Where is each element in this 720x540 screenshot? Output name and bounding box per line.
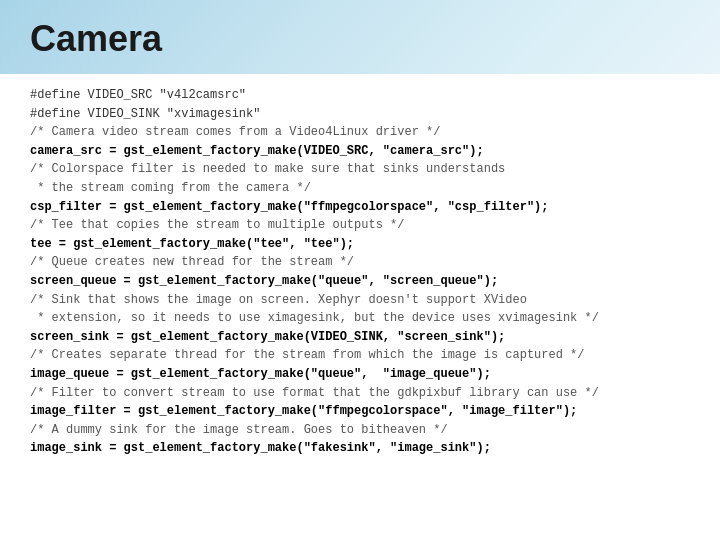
code-line: /* Sink that shows the image on screen. … [30,291,690,310]
code-line: screen_queue = gst_element_factory_make(… [30,272,690,291]
code-line: camera_src = gst_element_factory_make(VI… [30,142,690,161]
code-line: tee = gst_element_factory_make("tee", "t… [30,235,690,254]
content-area: #define VIDEO_SRC "v4l2camsrc"#define VI… [0,74,720,468]
code-block: #define VIDEO_SRC "v4l2camsrc"#define VI… [30,86,690,458]
code-line: /* Queue creates new thread for the stre… [30,253,690,272]
code-line: /* A dummy sink for the image stream. Go… [30,421,690,440]
code-line: /* Colorspace filter is needed to make s… [30,160,690,179]
code-line: #define VIDEO_SINK "xvimagesink" [30,105,690,124]
code-line: image_sink = gst_element_factory_make("f… [30,439,690,458]
code-line: * extension, so it needs to use ximagesi… [30,309,690,328]
page-header: Camera [0,0,720,74]
code-line: /* Filter to convert stream to use forma… [30,384,690,403]
code-line: /* Camera video stream comes from a Vide… [30,123,690,142]
code-line: image_queue = gst_element_factory_make("… [30,365,690,384]
code-line: csp_filter = gst_element_factory_make("f… [30,198,690,217]
page-title: Camera [30,18,690,60]
code-line: /* Creates separate thread for the strea… [30,346,690,365]
code-line: #define VIDEO_SRC "v4l2camsrc" [30,86,690,105]
code-line: image_filter = gst_element_factory_make(… [30,402,690,421]
code-line: * the stream coming from the camera */ [30,179,690,198]
code-line: /* Tee that copies the stream to multipl… [30,216,690,235]
code-line: screen_sink = gst_element_factory_make(V… [30,328,690,347]
